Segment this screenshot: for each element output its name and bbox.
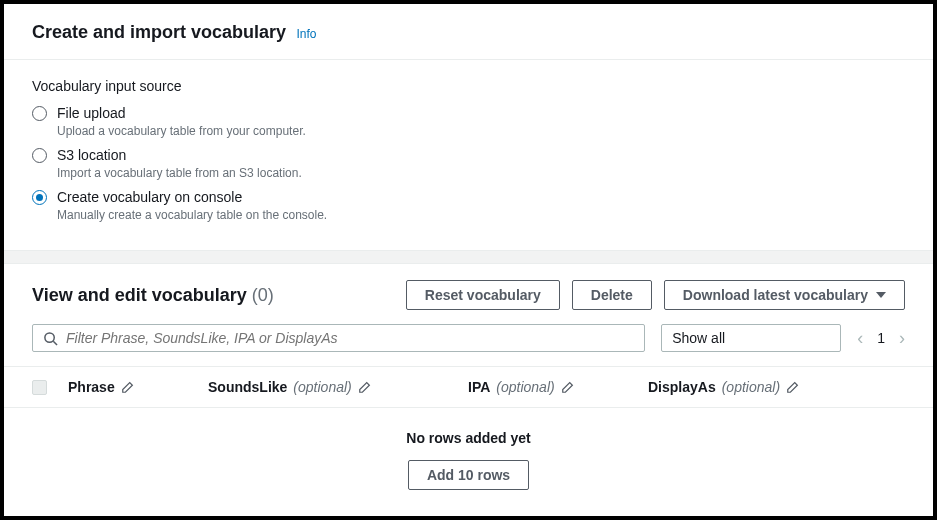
radio-label: File upload <box>57 104 306 122</box>
edit-icon <box>121 380 135 394</box>
page-number: 1 <box>877 330 885 346</box>
radio-desc: Import a vocabulary table from an S3 loc… <box>57 166 302 180</box>
info-link[interactable]: Info <box>297 27 317 41</box>
add-rows-button[interactable]: Add 10 rows <box>408 460 529 490</box>
input-source-radio-group: File upload Upload a vocabulary table fr… <box>32 100 905 226</box>
filter-input-wrapper[interactable] <box>32 324 645 352</box>
empty-state-text: No rows added yet <box>4 408 933 454</box>
prev-page-button[interactable]: ‹ <box>857 328 863 349</box>
select-value: Show all <box>672 330 725 346</box>
radio-label: S3 location <box>57 146 302 164</box>
pagination: ‹ 1 › <box>857 328 905 349</box>
radio-icon[interactable] <box>32 148 47 163</box>
edit-icon <box>786 380 800 394</box>
download-vocabulary-button[interactable]: Download latest vocabulary <box>664 280 905 310</box>
filter-input[interactable] <box>66 330 634 346</box>
input-source-label: Vocabulary input source <box>32 78 905 94</box>
radio-icon[interactable] <box>32 106 47 121</box>
show-all-select[interactable]: Show all <box>661 324 841 352</box>
radio-icon[interactable] <box>32 190 47 205</box>
delete-button[interactable]: Delete <box>572 280 652 310</box>
column-ipa[interactable]: IPA (optional) <box>468 379 648 395</box>
svg-line-1 <box>53 341 57 345</box>
column-soundslike[interactable]: SoundsLike (optional) <box>208 379 468 395</box>
table-header-row: Phrase SoundsLike (optional) IPA (option… <box>4 366 933 408</box>
radio-option-s3-location[interactable]: S3 location Import a vocabulary table fr… <box>32 142 905 184</box>
radio-desc: Upload a vocabulary table from your comp… <box>57 124 306 138</box>
row-count: (0) <box>252 285 274 305</box>
view-edit-title: View and edit vocabulary (0) <box>32 285 394 306</box>
radio-desc: Manually create a vocabulary table on th… <box>57 208 327 222</box>
next-page-button[interactable]: › <box>899 328 905 349</box>
edit-icon <box>358 380 372 394</box>
page-title: Create and import vocabulary <box>32 22 286 42</box>
radio-option-create-console[interactable]: Create vocabulary on console Manually cr… <box>32 184 905 226</box>
radio-label: Create vocabulary on console <box>57 188 327 206</box>
select-all-checkbox[interactable] <box>32 380 47 395</box>
radio-option-file-upload[interactable]: File upload Upload a vocabulary table fr… <box>32 100 905 142</box>
reset-vocabulary-button[interactable]: Reset vocabulary <box>406 280 560 310</box>
column-displayas[interactable]: DisplayAs (optional) <box>648 379 905 395</box>
svg-point-0 <box>45 332 54 341</box>
chevron-down-icon <box>876 292 886 298</box>
search-icon <box>43 331 58 346</box>
column-phrase[interactable]: Phrase <box>68 379 208 395</box>
edit-icon <box>561 380 575 394</box>
